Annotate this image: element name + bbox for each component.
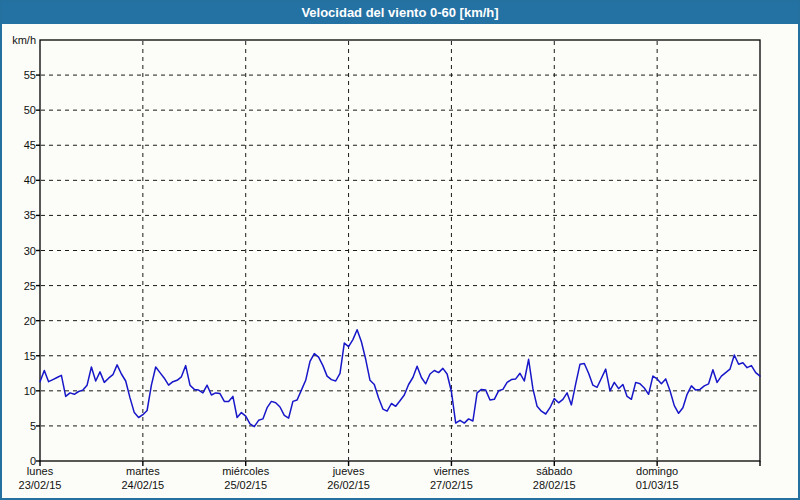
x-day-label: lunes23/02/15 bbox=[0, 464, 85, 492]
x-day-label: jueves26/02/15 bbox=[304, 464, 394, 492]
day-date: 26/02/15 bbox=[304, 478, 394, 492]
y-tick-label: 40 bbox=[0, 173, 36, 187]
day-date: 24/02/15 bbox=[98, 478, 188, 492]
x-day-label: sábado28/02/15 bbox=[509, 464, 599, 492]
day-name: martes bbox=[98, 464, 188, 478]
day-name: domingo bbox=[612, 464, 702, 478]
y-tick-label: 15 bbox=[0, 349, 36, 363]
x-day-label: domingo01/03/15 bbox=[612, 464, 702, 492]
day-date: 25/02/15 bbox=[201, 478, 291, 492]
day-date: 28/02/15 bbox=[509, 478, 599, 492]
day-date: 23/02/15 bbox=[0, 478, 85, 492]
day-name: jueves bbox=[304, 464, 394, 478]
wind-speed-chart-window: Velocidad del viento 0-60 [km/h] km/h 05… bbox=[0, 0, 800, 500]
wind-speed-plot bbox=[2, 2, 798, 498]
y-tick-label: 10 bbox=[0, 384, 36, 398]
y-tick-label: 45 bbox=[0, 138, 36, 152]
y-tick-label: 35 bbox=[0, 208, 36, 222]
x-day-label: viernes27/02/15 bbox=[406, 464, 496, 492]
y-tick-label: 25 bbox=[0, 279, 36, 293]
y-tick-label: 30 bbox=[0, 244, 36, 258]
day-date: 01/03/15 bbox=[612, 478, 702, 492]
day-name: sábado bbox=[509, 464, 599, 478]
y-tick-label: 5 bbox=[0, 419, 36, 433]
y-tick-label: 55 bbox=[0, 68, 36, 82]
day-name: miércoles bbox=[201, 464, 291, 478]
day-name: lunes bbox=[0, 464, 85, 478]
y-tick-label: 20 bbox=[0, 314, 36, 328]
y-tick-label: 50 bbox=[0, 103, 36, 117]
wind-speed-line bbox=[40, 330, 760, 427]
day-name: viernes bbox=[406, 464, 496, 478]
x-day-label: miércoles25/02/15 bbox=[201, 464, 291, 492]
x-day-label: martes24/02/15 bbox=[98, 464, 188, 492]
day-date: 27/02/15 bbox=[406, 478, 496, 492]
